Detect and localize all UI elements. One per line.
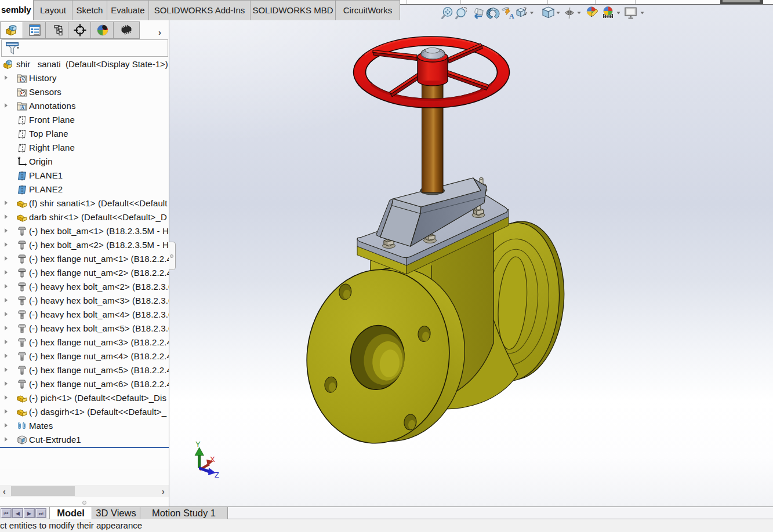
svg-text:Y: Y: [195, 440, 201, 449]
svg-text:X: X: [210, 455, 215, 464]
svg-text:A: A: [509, 12, 514, 20]
svg-text:Z: Z: [215, 471, 219, 479]
